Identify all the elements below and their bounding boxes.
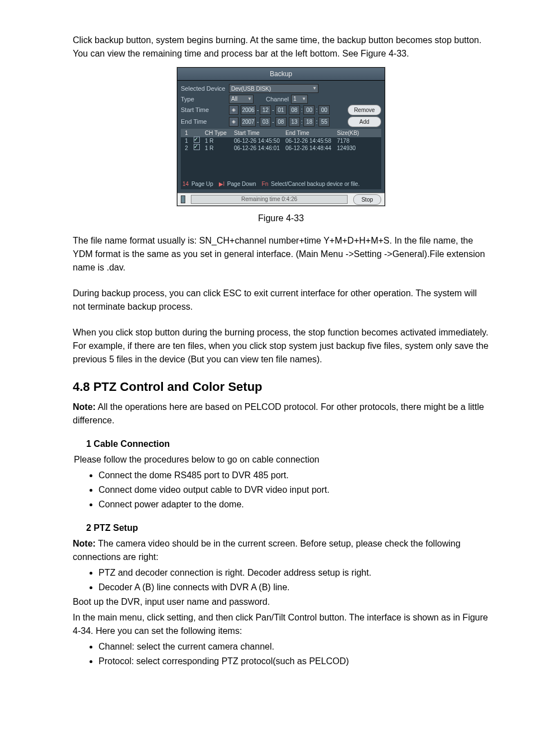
paragraph-intro: Click backup button, system begins burni…	[73, 34, 489, 60]
cell-start: 06-12-26 14:46:01	[232, 144, 284, 152]
col-ch-type: CH Type	[203, 129, 232, 137]
end-day[interactable]: 08	[275, 117, 287, 127]
ptz-set-list: Channel: select the current camera chann…	[86, 640, 489, 668]
col-start-time: Start Time	[232, 129, 284, 137]
page-down-hint: ▶l Page Down	[219, 180, 256, 188]
note-label: Note:	[73, 402, 96, 412]
calendar-icon[interactable]: ◈	[229, 105, 238, 115]
result-table: 1 CH Type Start Time End Time Size(KB) 1…	[181, 129, 381, 189]
progress-bar	[181, 195, 185, 203]
cell-check[interactable]	[192, 144, 203, 152]
type-value: All	[231, 95, 237, 103]
paragraph-filename: The file name format usually is: SN_CH+c…	[73, 234, 489, 274]
paragraph-ptz-note: Note: The camera video should be in the …	[73, 537, 489, 564]
page-down-key: ▶l	[219, 181, 224, 187]
end-month[interactable]: 03	[260, 117, 271, 127]
selected-device-combo[interactable]: Dev(USB DISK) ▼	[229, 84, 318, 93]
subheading-ptz: 2 PTZ Setup	[86, 521, 489, 535]
label-start-time: Start Time	[181, 105, 227, 115]
label-selected-device: Selected Device	[181, 84, 227, 94]
list-item: Protocol: select corresponding PTZ proto…	[99, 655, 489, 668]
col-size: Size(KB)	[335, 129, 367, 137]
list-item: Decoder A (B) line connects with DVR A (…	[99, 581, 489, 594]
label-channel: Channel	[266, 95, 289, 104]
end-year[interactable]: 2007	[241, 117, 256, 127]
list-item: Connect the dome RS485 port to DVR 485 p…	[99, 469, 489, 482]
paragraph-stop: When you click stop button during the bu…	[73, 326, 489, 366]
selected-device-value: Dev(USB DISK)	[231, 85, 271, 93]
cell-index: 2	[181, 144, 192, 152]
paragraph-cable-intro: Please follow the procedures below to go…	[74, 453, 489, 466]
list-item: Connect dome video output cable to DVR v…	[99, 483, 489, 497]
paragraph-note-protocol: Note: All the operations here are based …	[73, 400, 489, 427]
chevron-down-icon: ▼	[247, 96, 252, 102]
paragraph-boot: Boot up the DVR, input user name and pas…	[73, 595, 489, 609]
paragraph-esc: During backup process, you can click ESC…	[73, 287, 489, 314]
label-type: Type	[181, 95, 227, 104]
start-ss[interactable]: 00	[318, 105, 330, 115]
end-mm[interactable]: 18	[303, 117, 315, 127]
list-item: Channel: select the current camera chann…	[99, 640, 489, 654]
cell-size: 124930	[335, 144, 367, 152]
figure-caption: Figure 4-33	[73, 212, 489, 225]
list-item: Connect power adapter to the dome.	[99, 498, 489, 511]
select-cancel-hint: Fn Select/Cancel backup device or file.	[262, 180, 360, 188]
stop-button[interactable]: Stop	[353, 194, 381, 205]
cell-end: 06-12-26 14:48:44	[284, 144, 335, 152]
page-up-hint: 14 Page Up	[182, 180, 213, 188]
fn-key: Fn	[262, 181, 269, 187]
start-month[interactable]: 12	[260, 105, 271, 115]
cable-connection-list: Connect the dome RS485 port to DVR 485 p…	[86, 469, 489, 511]
start-mm[interactable]: 00	[303, 105, 315, 115]
end-ss[interactable]: 55	[318, 117, 330, 127]
ptz-check-list: PTZ and decoder connection is right. Dec…	[86, 566, 489, 594]
channel-value: 1	[293, 95, 297, 103]
add-button[interactable]: Add	[348, 116, 381, 127]
chevron-down-icon: ▼	[312, 85, 317, 92]
page-up-key: 14	[182, 181, 189, 187]
cell-ch-type: 1 R	[203, 144, 232, 152]
channel-combo[interactable]: 1 ▼	[291, 95, 308, 104]
dialog-title: Backup	[177, 68, 385, 81]
end-hh[interactable]: 13	[289, 117, 300, 127]
section-4-8-heading: 4.8 PTZ Control and Color Setup	[73, 377, 489, 396]
start-hh[interactable]: 08	[289, 105, 300, 115]
note-label: Note:	[73, 539, 96, 548]
calendar-icon[interactable]: ◈	[229, 117, 238, 127]
backup-dialog: Backup Selected Device Dev(USB DISK) ▼ T…	[177, 67, 385, 206]
remaining-time: Remaining time 0:4:26	[191, 195, 348, 204]
table-row[interactable]: 21 R06-12-26 14:46:0106-12-26 14:48:4412…	[181, 144, 381, 152]
col-end-time: End Time	[284, 129, 335, 137]
col-index: 1	[181, 129, 192, 137]
subheading-cable: 1 Cable Connection	[86, 437, 489, 451]
chevron-down-icon: ▼	[302, 96, 306, 102]
start-day[interactable]: 01	[275, 105, 287, 115]
type-combo[interactable]: All ▼	[229, 95, 254, 104]
remove-button[interactable]: Remove	[348, 105, 381, 115]
label-end-time: End Time	[181, 117, 227, 127]
list-item: PTZ and decoder connection is right. Dec…	[99, 566, 489, 580]
paragraph-mainmenu: In the main menu, click setting, and the…	[73, 611, 489, 638]
start-year[interactable]: 2006	[241, 105, 256, 115]
